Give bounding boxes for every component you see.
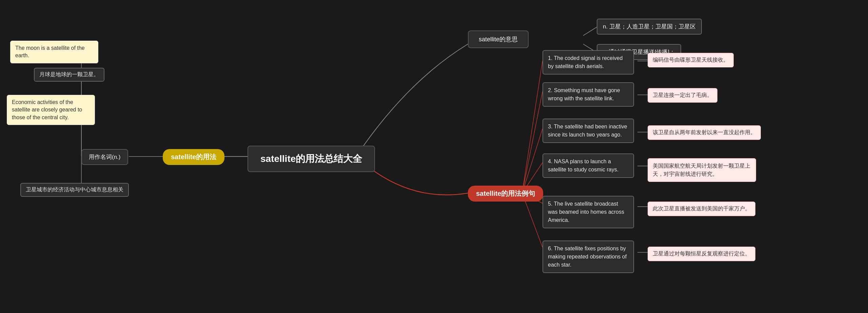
sentence-4-en: 4. NASA plans to launch a satellite to s… xyxy=(542,153,634,178)
s4-en-text: 4. NASA plans to launch a satellite to s… xyxy=(548,159,618,172)
s6-en-text: 6. The satellite fixes positions by maki… xyxy=(548,246,627,268)
usage-node: satellite的用法 xyxy=(163,149,224,165)
sentence-1-cn: 编码信号由碟形卫星天线接收。 xyxy=(648,53,734,67)
svg-line-13 xyxy=(522,129,542,193)
sentence-4-cn: 美国国家航空航天局计划发射一颗卫星上天，对宇宙射线进行研究。 xyxy=(648,158,756,182)
noun-example-1-cn: 月球是地球的一颗卫星。 xyxy=(34,68,104,82)
sentence-6-cn: 卫星通过对每颗恒星反复观察进行定位。 xyxy=(648,247,755,261)
sentence-1-en: 1. The coded signal is received by satel… xyxy=(542,50,634,75)
usage-category-title: 用作名词(n.) xyxy=(89,154,121,160)
central-node: satellite的用法总结大全 xyxy=(248,146,375,172)
s5-cn-text: 此次卫星直播被发送到美国的千家万户。 xyxy=(653,206,750,211)
noun-en-2-text: Economic activities of the satellite are… xyxy=(12,99,82,120)
sentence-3-en: 3. The satellite had been inactive since… xyxy=(542,119,634,143)
s6-cn-text: 卫星通过对每颗恒星反复观察进行定位。 xyxy=(653,251,750,256)
noun-example-2-en: Economic activities of the satellite are… xyxy=(7,95,95,125)
noun-example-2-cn: 卫星城市的经济活动与中心城市息息相关 xyxy=(20,183,129,197)
s3-en-text: 3. The satellite had been inactive since… xyxy=(548,124,627,138)
s4-cn-text: 美国国家航空航天局计划发射一颗卫星上天，对宇宙射线进行研究。 xyxy=(653,163,750,177)
s1-cn-text: 编码信号由碟形卫星天线接收。 xyxy=(653,57,729,63)
central-title: satellite的用法总结大全 xyxy=(260,153,362,164)
examples-title: satellite的用法例句 xyxy=(476,190,535,197)
s5-en-text: 5. The live satellite broadcast was beam… xyxy=(548,201,624,223)
s2-en-text: 2. Something must have gone wrong with t… xyxy=(548,87,620,101)
noun-cn-1-text: 月球是地球的一颗卫星。 xyxy=(39,71,99,77)
usage-title: satellite的用法 xyxy=(171,153,216,161)
usage-category-node: 用作名词(n.) xyxy=(81,149,128,165)
s2-cn-text: 卫星连接一定出了毛病。 xyxy=(653,92,712,98)
sentence-2-en: 2. Something must have gone wrong with t… xyxy=(542,82,634,107)
meaning-box-1: n. 卫星；人造卫星；卫星国；卫星区 xyxy=(597,19,702,35)
meaning-title: satellite的意思 xyxy=(479,36,518,43)
noun-example-1-en: The moon is a satellite of the earth. xyxy=(10,41,98,63)
s1-en-text: 1. The coded signal is received by satel… xyxy=(548,55,623,69)
sentence-6-en: 6. The satellite fixes positions by maki… xyxy=(542,241,634,273)
noun-cn-2-text: 卫星城市的经济活动与中心城市息息相关 xyxy=(26,187,123,192)
examples-node: satellite的用法例句 xyxy=(468,186,543,202)
s3-cn-text: 该卫星自从两年前发射以来一直没起作用。 xyxy=(653,129,756,135)
svg-line-0 xyxy=(583,27,597,36)
meaning-node: satellite的意思 xyxy=(468,30,529,48)
meaning-text-1: n. 卫星；人造卫星；卫星国；卫星区 xyxy=(603,23,696,30)
svg-line-12 xyxy=(522,91,542,193)
svg-line-11 xyxy=(522,61,542,193)
sentence-2-cn: 卫星连接一定出了毛病。 xyxy=(648,88,717,103)
noun-en-1-text: The moon is a satellite of the earth. xyxy=(15,45,85,58)
sentence-3-cn: 该卫星自从两年前发射以来一直没起作用。 xyxy=(648,125,761,140)
sentence-5-en: 5. The live satellite broadcast was beam… xyxy=(542,196,634,228)
sentence-5-cn: 此次卫星直播被发送到美国的千家万户。 xyxy=(648,202,755,216)
